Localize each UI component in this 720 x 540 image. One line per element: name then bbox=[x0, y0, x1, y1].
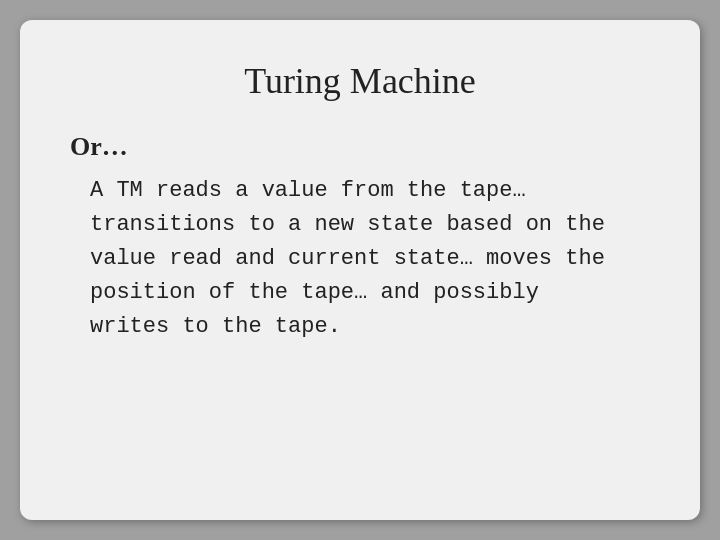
slide-or-label: Or… bbox=[70, 132, 650, 162]
slide: Turing Machine Or… A TM reads a value fr… bbox=[20, 20, 700, 520]
slide-body-text: A TM reads a value from the tape… transi… bbox=[90, 174, 650, 344]
slide-title: Turing Machine bbox=[70, 60, 650, 102]
